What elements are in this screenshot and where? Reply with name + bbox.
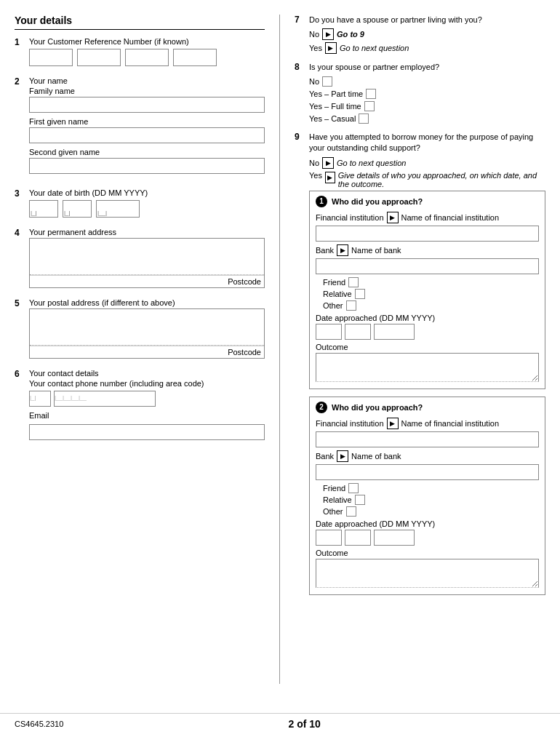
q9-no-label: No <box>309 159 319 167</box>
box2-bank-input[interactable] <box>316 464 539 480</box>
phone-num-box[interactable]: |__|__|__|__ <box>54 391 156 407</box>
crn-box-4[interactable] <box>173 49 217 66</box>
box1-fi-row: Financial institution ▶ Name of financia… <box>316 212 539 223</box>
q9-yes-arrow[interactable]: ▶ <box>325 172 335 183</box>
box2-date-yyyy[interactable] <box>374 530 415 546</box>
q3-num: 3 <box>15 188 25 218</box>
dob-row: |_| |_| |__| <box>29 200 265 218</box>
box2-friend-label: Friend <box>323 484 345 493</box>
dob-yyyy-tick: |__| <box>97 210 107 216</box>
box1-relative-label: Relative <box>323 290 352 298</box>
q8-parttime-checkbox[interactable] <box>366 89 376 99</box>
box1-date-row <box>316 324 539 340</box>
question-5-block: 5 Your postal address (if different to a… <box>15 298 265 359</box>
crn-box-1[interactable] <box>29 49 73 66</box>
box2-relative-checkbox[interactable] <box>355 495 365 505</box>
box2-outcome-input[interactable] <box>316 559 539 588</box>
crn-box-2[interactable] <box>77 49 121 66</box>
crn-box-3[interactable] <box>125 49 169 66</box>
box1-relative-checkbox[interactable] <box>355 289 365 299</box>
box1-bank-arrow[interactable]: ▶ <box>337 244 348 256</box>
box1-date-yyyy[interactable] <box>374 324 415 340</box>
box2-fi-input[interactable] <box>316 431 539 447</box>
box2-date-label: Date approached (DD MM YYYY) <box>316 519 539 528</box>
q9-no-goto: Go to next question <box>337 159 406 167</box>
second-given-name-input[interactable] <box>29 158 265 174</box>
q8-no-checkbox[interactable] <box>322 76 332 87</box>
q9-no-row: No ▶ Go to next question <box>309 157 545 169</box>
box1-outcome-input[interactable] <box>316 353 539 382</box>
q8-fulltime-checkbox[interactable] <box>364 101 375 111</box>
box2-bank-placeholder: Name of bank <box>351 452 401 461</box>
box1-relative-row: Relative <box>316 289 539 299</box>
q7-no-arrow[interactable]: ▶ <box>322 28 334 40</box>
box1-bank-row: Bank ▶ Name of bank <box>316 244 539 256</box>
q7-yes-arrow[interactable]: ▶ <box>325 42 337 54</box>
q8-num: 8 <box>295 62 305 125</box>
email-input[interactable] <box>29 424 265 440</box>
postal-address-inner[interactable] <box>30 309 264 346</box>
box2-friend-checkbox[interactable] <box>348 483 359 493</box>
question-9-block: 9 Have you attempted to borrow money for… <box>295 132 545 602</box>
box1-friend-label: Friend <box>323 278 345 287</box>
box1-other-checkbox[interactable] <box>346 300 356 311</box>
question-2-block: 2 Your name Family name First given name… <box>15 76 265 178</box>
box1-fi-placeholder: Name of financial institution <box>401 213 500 222</box>
box1-fi-input[interactable] <box>316 226 539 242</box>
q4-label: Your permanent address <box>29 228 265 236</box>
crn-row <box>29 49 265 66</box>
family-name-input[interactable] <box>29 97 265 113</box>
q8-casual-label: Yes – Casual <box>309 114 356 123</box>
q8-parttime-row: Yes – Part time <box>309 89 545 99</box>
q8-text: Is your spouse or partner employed? <box>309 62 545 73</box>
q4-num: 4 <box>15 228 25 288</box>
phone-label: Your contact phone number (including are… <box>29 379 265 388</box>
box1-date-mm[interactable] <box>345 324 371 340</box>
box1-date-dd[interactable] <box>316 324 342 340</box>
left-column: Your details 1 Your Customer Reference N… <box>15 15 280 684</box>
question-7-block: 7 Do you have a spouse or partner living… <box>295 15 545 56</box>
box2-who-label: Who did you approach? <box>332 403 423 412</box>
right-column: 7 Do you have a spouse or partner living… <box>280 15 545 684</box>
footer-code: CS4645.2310 <box>15 720 63 728</box>
box2-other-checkbox[interactable] <box>346 506 356 517</box>
q2-label: Your name <box>29 76 265 85</box>
postal-postcode-row: Postcode <box>30 346 264 358</box>
q9-yes-row: Yes ▶ Give details of who you approached… <box>309 171 545 188</box>
box2-bank-arrow[interactable]: ▶ <box>337 450 348 462</box>
box2-bank-label: Bank <box>316 452 334 461</box>
box2-fi-placeholder: Name of financial institution <box>401 419 500 428</box>
box1-friend-checkbox[interactable] <box>348 277 359 287</box>
box1-other-label: Other <box>323 301 343 310</box>
box2-header: 2 Who did you approach? <box>316 402 539 413</box>
q9-yes-goto: Give details of who you approached, on w… <box>338 171 545 188</box>
box2-outcome-label: Outcome <box>316 549 539 557</box>
box2-fi-row: Financial institution ▶ Name of financia… <box>316 418 539 429</box>
box2-num: 2 <box>316 402 327 413</box>
q8-no-label: No <box>309 77 319 86</box>
dob-dd-box[interactable]: |_| <box>29 200 58 218</box>
box2-date-mm[interactable] <box>345 530 371 546</box>
q8-casual-checkbox[interactable] <box>359 113 369 124</box>
box1-bank-input[interactable] <box>316 258 539 274</box>
first-given-name-input[interactable] <box>29 127 265 143</box>
q8-parttime-label: Yes – Part time <box>309 89 363 98</box>
box2-fi-label: Financial institution <box>316 419 384 428</box>
postal-postcode-label: Postcode <box>228 348 261 356</box>
box2-date-dd[interactable] <box>316 530 342 546</box>
permanent-address-inner[interactable] <box>30 239 264 275</box>
dob-yyyy-box[interactable]: |__| <box>96 200 140 218</box>
box2-other-row: Other <box>316 506 539 517</box>
question-1-block: 1 Your Customer Reference Number (if kno… <box>15 37 265 66</box>
box2-fi-arrow[interactable]: ▶ <box>387 418 399 429</box>
q5-num: 5 <box>15 298 25 359</box>
q9-no-arrow[interactable]: ▶ <box>322 157 334 169</box>
phone-area-box[interactable]: |_| <box>29 391 51 407</box>
page-number: 2 of 10 <box>288 718 320 730</box>
box2-friend-row: Friend <box>316 483 539 493</box>
box2-date-row <box>316 530 539 546</box>
box1-fi-arrow[interactable]: ▶ <box>387 212 399 223</box>
box1-bank-label: Bank <box>316 246 334 255</box>
dob-mm-box[interactable]: |_| <box>63 200 92 218</box>
q1-label: Your Customer Reference Number (if known… <box>29 37 265 46</box>
